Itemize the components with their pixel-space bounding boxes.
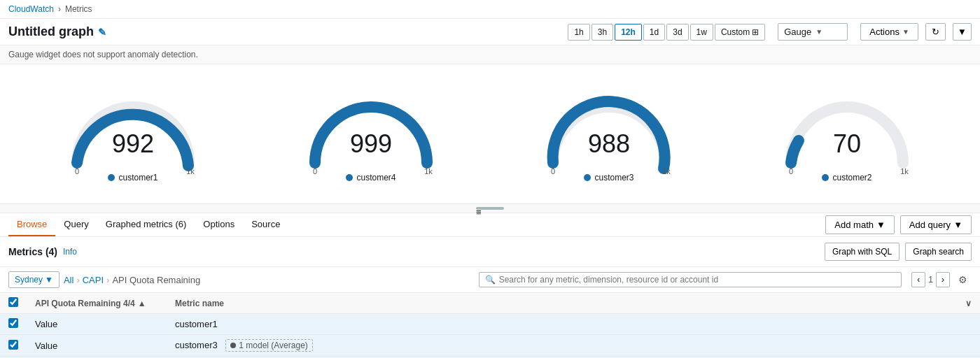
gauge-customer4: 999 0 1k customer4 — [301, 86, 441, 182]
filter-all-link[interactable]: All — [64, 275, 74, 285]
search-icon: 🔍 — [485, 275, 496, 285]
tabs-row: Browse Query Graphed metrics (6) Options… — [0, 213, 980, 237]
search-box: 🔍 — [479, 272, 902, 287]
svg-text:999: 999 — [350, 129, 392, 158]
row2-metric-cell: customer3 1 model (Average) — [167, 335, 957, 357]
row1-checkbox[interactable] — [8, 318, 18, 328]
actions-label: Actions — [869, 27, 899, 37]
search-input[interactable] — [499, 275, 896, 285]
breadcrumb: CloudWatch › Metrics — [0, 0, 980, 19]
filter-namespace-link[interactable]: CAPI — [83, 275, 104, 285]
breadcrumb-current: Metrics — [65, 4, 92, 14]
time-btn-3h[interactable]: 3h — [592, 24, 613, 41]
time-btn-1d[interactable]: 1d — [643, 24, 665, 41]
svg-text:1k: 1k — [186, 167, 195, 176]
time-btn-1w[interactable]: 1w — [690, 24, 713, 41]
filter-breadcrumb: All › CAPI › API Quota Remaining — [64, 275, 475, 285]
widget-type-dropdown[interactable]: Gauge ▼ — [778, 23, 848, 41]
model-dot-row2 — [230, 343, 236, 348]
resize-handle: ≡ — [476, 207, 504, 210]
row2-check-cell — [0, 335, 27, 357]
svg-text:988: 988 — [588, 129, 630, 158]
tab-query[interactable]: Query — [55, 213, 97, 236]
gauge-warning: Gauge widget does not support anomaly de… — [0, 45, 980, 64]
time-btn-12h[interactable]: 12h — [615, 24, 642, 41]
svg-text:992: 992 — [112, 129, 154, 158]
refresh-button[interactable]: ↻ — [925, 23, 946, 41]
row2-name-cell: Value — [27, 335, 167, 357]
gauge-widget-2: 999 0 1k — [301, 86, 441, 170]
graph-with-sql-button[interactable]: Graph with SQL — [825, 243, 899, 261]
graph-title-text: Untitled graph — [8, 24, 94, 39]
col-header-expand: ∨ — [957, 293, 980, 314]
table-row: Value customer3 1 model (Average) — [0, 335, 980, 357]
svg-text:0: 0 — [313, 167, 317, 176]
top-bar: Untitled graph ✎ 1h 3h 12h 1d 3d 1w Cust… — [0, 19, 980, 45]
tab-browse[interactable]: Browse — [8, 213, 55, 236]
metrics-table: API Quota Remaining 4/4 ▲ Metric name ∨ … — [0, 293, 980, 358]
graph-search-button[interactable]: Graph search — [905, 243, 972, 261]
col-header-name: API Quota Remaining 4/4 ▲ — [27, 293, 167, 314]
svg-text:1k: 1k — [662, 167, 671, 176]
add-math-button[interactable]: Add math ▼ — [825, 215, 895, 234]
filter-sep-1: › — [76, 275, 79, 285]
custom-label: Custom — [721, 27, 750, 37]
time-btn-3d[interactable]: 3d — [666, 24, 688, 41]
settings-gear-button[interactable]: ⚙ — [954, 272, 972, 287]
row1-metric-cell: customer1 — [167, 314, 957, 335]
select-all-checkbox[interactable] — [8, 297, 18, 307]
col-header-metric: Metric name — [167, 293, 957, 314]
table-header-row: API Quota Remaining 4/4 ▲ Metric name ∨ — [0, 293, 980, 314]
resize-divider[interactable]: ≡ — [0, 204, 980, 213]
actions-button[interactable]: Actions ▼ — [860, 23, 918, 41]
graph-title-container: Untitled graph ✎ — [8, 24, 561, 39]
svg-text:1k: 1k — [424, 167, 433, 176]
expand-icon[interactable]: ∨ — [965, 299, 972, 308]
gauge-widget-4: 70 0 1k — [777, 86, 917, 170]
tab-options[interactable]: Options — [195, 213, 243, 236]
svg-text:0: 0 — [75, 167, 79, 176]
filter-sep-2: › — [106, 275, 109, 285]
row1-check-cell — [0, 314, 27, 335]
table-body: Value customer1 Value customer3 1 model … — [0, 314, 980, 359]
gauge-widget-3: 988 0 1k — [539, 86, 679, 170]
filter-metric-path: API Quota Remaining — [112, 275, 200, 285]
gauge-customer2: 70 0 1k customer2 — [777, 86, 917, 182]
prev-page-button[interactable]: ‹ — [911, 272, 925, 287]
time-btn-1h[interactable]: 1h — [568, 24, 589, 41]
pagination: ‹ 1 › — [911, 272, 950, 287]
metrics-header: Metrics (4) Info Graph with SQL Graph se… — [0, 237, 980, 267]
time-btn-custom[interactable]: Custom ⊞ — [715, 24, 765, 41]
region-label: Sydney — [15, 275, 43, 285]
sort-arrow-icon[interactable]: ▲ — [138, 299, 146, 308]
svg-text:70: 70 — [833, 129, 861, 158]
row2-expand-cell — [957, 335, 980, 357]
row1-expand-cell — [957, 314, 980, 335]
edit-title-icon[interactable]: ✎ — [98, 27, 106, 38]
col-header-check — [0, 293, 27, 314]
tab-source[interactable]: Source — [243, 213, 288, 236]
calendar-icon: ⊞ — [752, 27, 759, 37]
tab-graphed-metrics[interactable]: Graphed metrics (6) — [97, 213, 195, 236]
gauges-area: 992 0 1k customer1 999 0 1k customer4 — [0, 64, 980, 204]
actions-arrow: ▼ — [902, 28, 909, 36]
metrics-title: Metrics (4) — [8, 246, 57, 257]
gauge-widget-1: 992 0 1k — [63, 86, 203, 170]
filter-row: Sydney ▼ All › CAPI › API Quota Remainin… — [0, 267, 980, 293]
info-link[interactable]: Info — [63, 247, 77, 257]
widget-type-selector: Gauge ▼ — [778, 23, 848, 41]
more-options-button[interactable]: ▼ — [953, 23, 972, 41]
row2-checkbox[interactable] — [8, 340, 18, 350]
svg-text:1k: 1k — [900, 167, 909, 176]
breadcrumb-cloudwatch-link[interactable]: CloudWatch — [8, 4, 54, 14]
bottom-panel: Browse Query Graphed metrics (6) Options… — [0, 213, 980, 358]
model-badge-row2: 1 model (Average) — [225, 339, 313, 352]
table-row: Value customer1 — [0, 314, 980, 335]
widget-type-arrow: ▼ — [816, 28, 822, 36]
gauge-customer3: 988 0 1k customer3 — [539, 86, 679, 182]
add-query-button[interactable]: Add query ▼ — [900, 215, 972, 234]
next-page-button[interactable]: › — [936, 272, 950, 287]
widget-type-label: Gauge — [784, 27, 811, 37]
region-selector[interactable]: Sydney ▼ — [8, 271, 59, 288]
time-controls: 1h 3h 12h 1d 3d 1w Custom ⊞ — [568, 24, 765, 41]
